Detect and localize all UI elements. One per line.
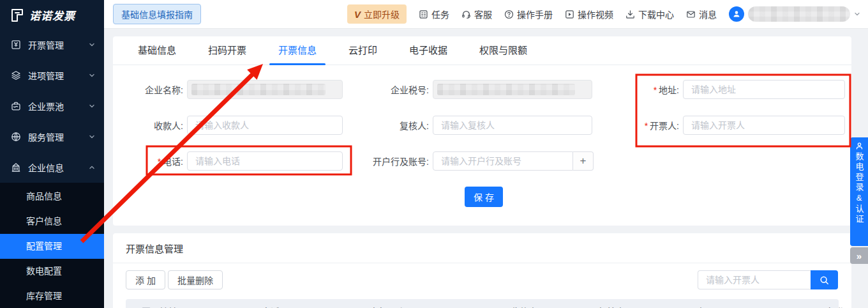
layers-icon (11, 70, 21, 81)
bank-account-input[interactable] (433, 151, 573, 171)
reviewer-label: 复核人: (359, 119, 429, 132)
column-header-actions: 操作 (828, 299, 846, 308)
sidebar-item-label: 进项管理 (28, 69, 64, 82)
briefcase-icon (11, 101, 21, 111)
column-header-payee: 收款人 (511, 299, 537, 308)
download-icon (625, 10, 635, 19)
sidebar-item-label: 开票管理 (28, 38, 64, 51)
chevron-down-icon (89, 103, 95, 109)
tab-e-receipt[interactable]: 电子收据 (405, 36, 451, 65)
user-account-menu[interactable] (729, 6, 860, 22)
basic-info-guide-button[interactable]: 基础信息填报指南 (113, 4, 201, 24)
customer-service-button[interactable]: 客服 (461, 8, 492, 20)
address-label: *地址: (609, 83, 679, 96)
invoice-icon (11, 40, 21, 50)
reviewer-field: 复核人: (359, 116, 592, 135)
sidebar-item-company-info[interactable]: 企业信息 (0, 152, 104, 183)
drawer-search (698, 270, 838, 289)
drawer-label: *开票人: (609, 119, 679, 132)
headset-icon (461, 10, 471, 19)
tab-cloud-print[interactable]: 云打印 (345, 36, 381, 65)
double-chevron-right-icon: » (857, 250, 862, 261)
search-button[interactable] (811, 270, 838, 289)
sidebar-subitem-customer-info[interactable]: 客户信息 (0, 209, 104, 234)
payee-input[interactable] (187, 116, 343, 135)
column-header-address: 地址 (160, 299, 177, 308)
column-header-bank-account: 开户行及账号 (361, 299, 414, 308)
digital-login-auth-label: 数电登录&认证 (855, 152, 864, 225)
phone-input[interactable] (187, 151, 343, 171)
company-name-field: 企业名称: (113, 80, 343, 99)
tab-permissions-quota[interactable]: 权限与限额 (475, 36, 531, 65)
save-button[interactable]: 保 存 (465, 187, 503, 207)
sidebar-subitem-digital-config[interactable]: 数电配置 (0, 259, 104, 284)
bank-account-field: 开户行及账号: + (359, 151, 594, 171)
sidebar-item-label: 服务管理 (28, 130, 64, 143)
tax-number-input-disabled (433, 80, 592, 99)
sidebar-subitem-product-info[interactable]: 商品信息 (0, 184, 104, 209)
payee-label: 收款人: (113, 119, 183, 132)
sidebar-item-invoice-pool[interactable]: 企业票池 (0, 91, 104, 121)
customer-service-label: 客服 (474, 8, 492, 20)
manual-button[interactable]: 操作手册 (504, 8, 553, 20)
user-name-redacted (748, 6, 850, 22)
sidebar-subitem-inventory-management[interactable]: 库存管理 (0, 284, 104, 308)
invoice-info-card: 基础信息 扫码开票 开票信息 云打印 电子收据 权限与限额 企业名称: 企业税号… (113, 36, 851, 226)
mail-icon (686, 10, 696, 19)
tab-scan-invoicing[interactable]: 扫码开票 (204, 36, 250, 65)
column-header-phone: 电话 (262, 299, 280, 308)
app-window: 诺诺发票 开票管理 进项管理 (0, 0, 868, 308)
download-center-button[interactable]: 下载中心 (625, 8, 674, 20)
required-mark: * (158, 157, 161, 167)
digital-login-auth-tab[interactable]: 数电登录&认证 (850, 137, 868, 246)
address-input[interactable] (683, 80, 845, 99)
drawer-input[interactable] (683, 116, 845, 135)
person-icon (732, 10, 741, 19)
tasks-button[interactable]: 任务 (419, 8, 449, 20)
bank-account-label: 开户行及账号: (359, 155, 429, 167)
redacted-value (437, 84, 575, 95)
download-center-label: 下载中心 (638, 8, 674, 20)
vip-icon: V (354, 9, 361, 20)
phone-label: *电话: (113, 155, 183, 167)
question-circle-icon (504, 10, 514, 19)
reviewer-input[interactable] (433, 116, 592, 135)
add-button[interactable]: 添 加 (126, 270, 165, 289)
tax-number-label: 企业税号: (359, 83, 429, 96)
chevron-up-icon (89, 164, 95, 171)
brand-logo-text: 诺诺发票 (29, 7, 75, 23)
collapse-panel-button[interactable]: » (850, 247, 868, 264)
column-header-reviewer: 复核人 (598, 299, 625, 308)
upgrade-label: 立即升级 (364, 8, 400, 20)
tasks-label: 任务 (431, 8, 449, 20)
messages-label: 消息 (699, 8, 717, 20)
chevron-down-icon (89, 134, 95, 140)
manual-label: 操作手册 (517, 8, 553, 20)
messages-button[interactable]: 消息 (686, 8, 717, 20)
batch-delete-button[interactable]: 批量删除 (168, 270, 223, 289)
company-name-input-disabled (187, 80, 343, 99)
add-bank-account-button[interactable]: + (573, 151, 594, 171)
building-icon (11, 162, 21, 173)
task-list-icon (419, 10, 428, 19)
play-video-icon (565, 10, 574, 19)
section-title: 开票信息管理 (113, 233, 851, 263)
sidebar-item-label: 企业票池 (28, 100, 64, 112)
sidebar-item-service-management[interactable]: 服务管理 (0, 121, 104, 152)
search-input[interactable] (698, 270, 811, 289)
chevron-down-icon (89, 72, 95, 79)
sidebar-menu: 开票管理 进项管理 企业票池 (0, 29, 104, 183)
chevron-down-icon (854, 11, 860, 17)
user-avatar (729, 6, 744, 22)
sidebar-item-input-management[interactable]: 进项管理 (0, 60, 104, 91)
sidebar-subitem-config-management[interactable]: 配置管理 (0, 234, 104, 259)
person-icon (855, 142, 864, 150)
upgrade-button[interactable]: V 立即升级 (347, 4, 407, 24)
chevron-down-icon (89, 42, 95, 48)
sidebar-submenu: 商品信息 客户信息 配置管理 数电配置 库存管理 (0, 183, 104, 308)
sidebar-item-invoice-management[interactable]: 开票管理 (0, 29, 104, 60)
column-header-drawer: 开票人 (678, 299, 705, 308)
tutorial-video-button[interactable]: 操作视频 (565, 8, 613, 20)
tab-invoicing-info[interactable]: 开票信息 (274, 36, 320, 65)
tab-basic-info[interactable]: 基础信息 (134, 36, 180, 65)
